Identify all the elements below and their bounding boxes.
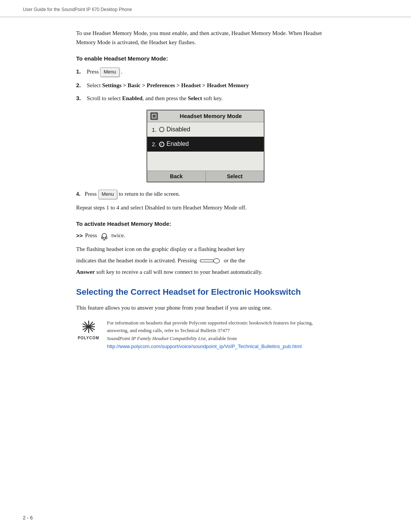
screen-menu-icon [150,112,158,120]
activate-heading: To activate Headset Memory Mode: [76,220,335,227]
phone-screen: Headset Memory Mode 1. Disabled 2. Enabl… [147,110,264,182]
screen-body: 1. Disabled 2. Enabled [147,122,264,171]
step-2-num: 2. [76,81,87,90]
intro-paragraph: To use Headset Memory Mode, you must ena… [76,29,335,47]
activate-para2: indicates that the headset mode is activ… [76,256,335,265]
page-footer: 2 - 6 [23,515,33,521]
note-box: POLYCOM For information on headsets that… [76,319,335,351]
repeat-text: Repeat steps 1 to 4 and select Disabled … [76,203,335,212]
step-3-num: 3. [76,94,87,103]
phone-screen-container: Headset Memory Mode 1. Disabled 2. Enabl… [76,110,335,182]
activate-para2-prefix: indicates that the headset mode is activ… [76,257,197,264]
page-content: To use Headset Memory Mode, you must ena… [0,17,411,377]
page-header: User Guide for the SoundPoint IP 670 Des… [0,0,411,17]
screen-title: Headset Memory Mode [161,113,261,119]
menu-button-1[interactable]: Menu [100,67,119,77]
svg-rect-2 [105,237,107,239]
headset-icon [100,232,108,241]
note-italic: SoundPoint IP Family Headset Compatibili… [107,335,206,341]
activate-bullet: >> Press twice. [76,232,335,241]
screen-row-disabled: 1. Disabled [147,122,264,137]
note-text2-suffix: , available from [206,335,237,341]
disabled-label: Disabled [167,125,190,134]
note-content: For information on headsets that provide… [107,319,335,351]
polycom-logo: POLYCOM [76,319,101,340]
activate-press-label: Press [85,232,97,239]
activate-section: To activate Headset Memory Mode: >> Pres… [76,220,335,276]
step-1-prefix: Press [87,69,99,75]
screen-empty-space [147,152,264,171]
svg-point-0 [102,233,107,238]
section-title: Selecting the Correct Headset for Electr… [76,287,335,297]
step-1-suffix: . [121,69,123,75]
step-2-content: Select Settings > Basic > Select Setting… [87,81,335,90]
bullet-arrows: >> [76,232,83,239]
enabled-label: Enabled [167,140,189,148]
radio-enabled [159,142,164,147]
step-2: 2. Select Settings > Basic > Select Sett… [76,81,335,90]
screen-row-enabled: 2. Enabled [147,137,264,151]
step-4: 4. Press Menu to return to the idle scre… [76,189,335,199]
svg-point-6 [213,259,220,263]
enable-heading: To enable Headset Memory Mode: [76,55,335,62]
step4-prefix: Press [85,191,97,197]
polycom-logo-icon [81,319,96,334]
svg-rect-1 [102,237,103,239]
hookswitch-intro: This feature allows you to answer your p… [76,303,335,312]
step-3: 3. Scroll to select Enabled, and then pr… [76,94,335,103]
note-link[interactable]: http://www.polycom.com/support/voice/sou… [107,343,302,349]
header-text: User Guide for the SoundPoint IP 670 Des… [23,7,132,12]
polycom-label: POLYCOM [78,336,99,340]
screen-title-bar: Headset Memory Mode [147,110,264,122]
activate-twice-label: twice. [112,232,125,239]
back-softkey[interactable]: Back [147,171,206,182]
step-3-content: Scroll to select Enabled, and then press… [87,94,335,103]
select-softkey[interactable]: Select [206,171,264,182]
menu-button-2[interactable]: Menu [98,190,118,199]
enable-steps: 1. Press Menu . 2. Select Settings > Bas… [76,67,335,103]
phone-receiver-icon [200,257,221,264]
svg-rect-5 [200,260,213,262]
note-text1: For information on headsets that provide… [107,320,313,334]
activate-para2-suffix: or the [224,257,237,264]
activate-para1: The flashing headset icon on the graphic… [76,244,335,254]
step-1: 1. Press Menu . [76,67,335,77]
step4-suffix: to return to the idle screen. [119,191,180,197]
radio-disabled [159,127,164,132]
step-1-num: 1. [76,67,87,76]
screen-footer: Back Select [147,171,264,182]
activate-para3: Answer soft key to receive a call will n… [76,267,335,276]
page-number: 2 - 6 [23,515,33,521]
step-1-content: Press Menu . [87,67,335,77]
